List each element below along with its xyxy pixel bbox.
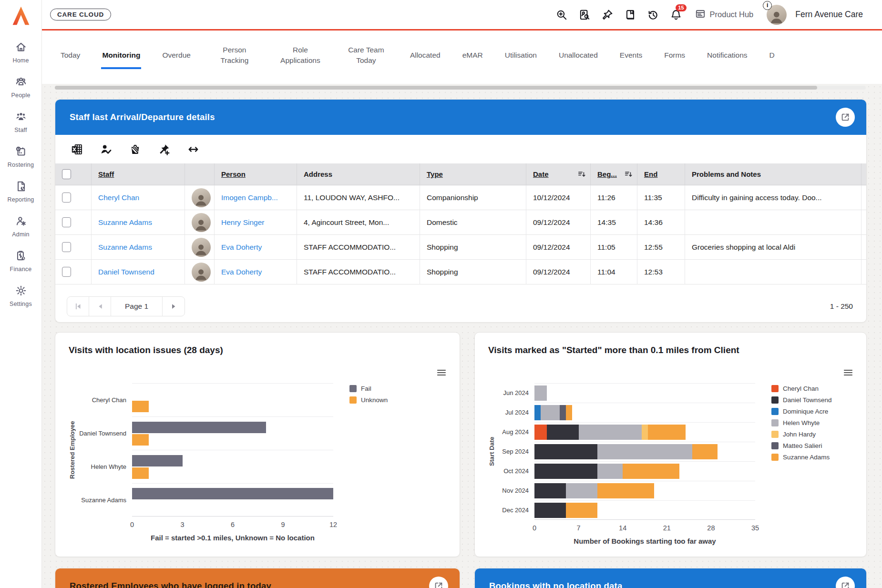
expand-panel-button[interactable]: [836, 108, 855, 127]
column-header-end[interactable]: End: [637, 163, 685, 185]
tab-unallocated[interactable]: Unallocated: [558, 45, 599, 69]
date-cell: 10/12/2024: [526, 185, 591, 210]
tab-events[interactable]: Events: [619, 45, 643, 69]
previous-page-button[interactable]: [89, 297, 111, 316]
scrollbar-thumb[interactable]: [55, 86, 817, 90]
legend-item-daniel-townsend[interactable]: Daniel Townsend: [771, 396, 832, 404]
pin-add-icon[interactable]: [158, 143, 171, 156]
tab-today[interactable]: Today: [60, 45, 81, 69]
staff-link-cell[interactable]: Cheryl Chan: [92, 185, 185, 210]
person-avatar: [192, 238, 211, 257]
legend-label: Cheryl Chan: [783, 385, 819, 392]
product-hub-icon: [695, 8, 706, 21]
x-tick-label: 9: [281, 521, 285, 528]
legend-item-fail[interactable]: Fail: [349, 385, 388, 392]
product-hub-button[interactable]: Product Hub: [695, 8, 754, 21]
legend-item-helen-whyte[interactable]: Helen Whyte: [771, 419, 832, 426]
person-avatar: [192, 263, 211, 282]
chart-category-row: Jul 2024: [495, 403, 755, 422]
row-checkbox[interactable]: [62, 267, 71, 277]
sidebar-item-home[interactable]: Home: [0, 41, 41, 64]
sort-icon[interactable]: [624, 170, 633, 179]
pin-icon[interactable]: [601, 9, 614, 21]
person-link-cell[interactable]: Henry Singer: [215, 210, 297, 235]
chart-menu-icon[interactable]: [436, 367, 447, 378]
sidebar-item-rostering[interactable]: Rostering: [0, 145, 41, 168]
excel-export-icon[interactable]: [71, 143, 83, 156]
sidebar-item-admin[interactable]: Admin: [0, 215, 41, 238]
legend-item-matteo-salieri[interactable]: Matteo Salieri: [771, 442, 832, 449]
person-search-icon[interactable]: [578, 9, 591, 21]
rostering-icon: [15, 145, 27, 160]
tab-overdue[interactable]: Overdue: [161, 45, 191, 69]
people-icon: [15, 76, 27, 90]
sidebar-item-finance[interactable]: Finance: [0, 250, 41, 273]
horizontal-scrollbar[interactable]: [55, 86, 866, 90]
book-icon[interactable]: [624, 9, 636, 21]
x-tick-label: 3: [180, 521, 184, 528]
row-checkbox[interactable]: [62, 193, 71, 203]
checkbox-cell: [55, 260, 92, 284]
bell-icon[interactable]: 15: [670, 9, 682, 21]
arrows-h-icon[interactable]: [187, 143, 200, 156]
x-tick-label: 28: [707, 524, 715, 532]
tab-role-applications[interactable]: Role Applications: [277, 40, 323, 75]
column-header-staff[interactable]: Staff: [92, 163, 185, 185]
app-logo-icon[interactable]: [8, 4, 34, 28]
staff-link-cell[interactable]: Suzanne Adams: [92, 210, 185, 235]
product-hub-label: Product Hub: [710, 10, 754, 19]
row-checkbox[interactable]: [62, 217, 71, 227]
row-checkbox[interactable]: [62, 242, 71, 252]
column-header-date[interactable]: Date: [526, 163, 591, 185]
person-link-cell[interactable]: Eva Doherty: [215, 260, 297, 284]
legend-item-john-hardy[interactable]: John Hardy: [771, 431, 832, 438]
legend-item-dominique-acre[interactable]: Dominique Acre: [771, 408, 832, 415]
sort-icon[interactable]: [577, 170, 586, 179]
end-time-cell: 14:36: [637, 210, 685, 235]
location-issues-chart: Visits with location issues (28 days) Ro…: [55, 332, 460, 557]
tab-monitoring[interactable]: Monitoring: [101, 45, 141, 69]
history-icon[interactable]: [647, 9, 659, 21]
tab-forms[interactable]: Forms: [663, 45, 686, 69]
expand-panel-button[interactable]: [836, 577, 855, 588]
tab-utilisation[interactable]: Utilisation: [504, 45, 538, 69]
chart-menu-icon[interactable]: [842, 367, 854, 378]
column-header-person[interactable]: Person: [215, 163, 297, 185]
sidebar-item-staff[interactable]: Staff: [0, 111, 41, 133]
legend-swatch: [771, 454, 779, 461]
info-icon[interactable]: i: [763, 1, 772, 10]
legend-item-unknown[interactable]: Unknown: [349, 396, 388, 404]
sidebar-item-settings[interactable]: Settings: [0, 284, 41, 307]
x-tick-label: 35: [751, 524, 759, 532]
gutter-cell: [861, 235, 867, 260]
bar-unknown: [132, 467, 149, 479]
sidebar-item-people[interactable]: People: [0, 76, 41, 99]
expand-panel-button[interactable]: [429, 577, 448, 588]
next-page-button[interactable]: [163, 297, 185, 316]
chart-band: [132, 383, 333, 416]
tab-d[interactable]: D: [769, 45, 776, 69]
user-avatar[interactable]: i: [767, 5, 787, 25]
column-header-type[interactable]: Type: [420, 163, 526, 185]
legend-item-suzanne-adams[interactable]: Suzanne Adams: [771, 454, 832, 461]
first-page-button[interactable]: [67, 297, 89, 316]
person-link-cell[interactable]: Imogen Campb...: [215, 185, 297, 210]
segment-suzanne-adams: [623, 464, 679, 479]
organisation-name[interactable]: Fern Avenue Care: [795, 10, 863, 20]
person-link-cell[interactable]: Eva Doherty: [215, 235, 297, 260]
trash-icon[interactable]: [129, 143, 142, 156]
staff-link-cell[interactable]: Suzanne Adams: [92, 235, 185, 260]
staff-link-cell[interactable]: Daniel Townsend: [92, 260, 185, 284]
person-check-icon[interactable]: [100, 143, 113, 156]
category-tick-label: Suzanne Adams: [76, 483, 132, 517]
select-all-checkbox[interactable]: [62, 169, 71, 179]
tab-emar[interactable]: eMAR: [462, 45, 484, 69]
tab-notifications[interactable]: Notifications: [706, 45, 748, 69]
zoom-in-icon[interactable]: [555, 9, 568, 21]
tab-care-team-today[interactable]: Care Team Today: [343, 40, 389, 75]
column-header-beg-[interactable]: Beg...: [591, 163, 637, 185]
tab-allocated[interactable]: Allocated: [409, 45, 441, 69]
sidebar-item-reporting[interactable]: Reporting: [0, 180, 41, 203]
legend-item-cheryl-chan[interactable]: Cheryl Chan: [771, 385, 832, 392]
tab-person-tracking[interactable]: Person Tracking: [212, 40, 257, 75]
